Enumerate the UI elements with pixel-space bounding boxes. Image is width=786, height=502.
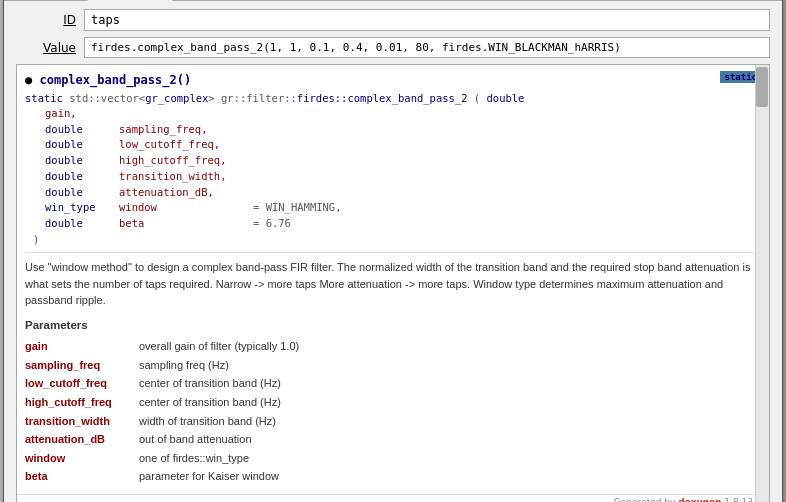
footer-version: 1.8.13 [724, 497, 753, 502]
static-sig: static std::vector<gr_complex> gr::filte… [25, 91, 761, 246]
id-input[interactable] [84, 9, 770, 31]
doxygen-link[interactable]: doxygen [678, 497, 721, 502]
list-item: high_cutoff_freq center of transition ba… [25, 394, 761, 412]
doxygen-footer: Generated by doxygen 1.8.13 [17, 494, 769, 502]
list-item: transition_width width of transition ban… [25, 413, 761, 431]
properties-dialog: Properties: Variable × General Advanced … [3, 0, 783, 502]
value-row: Value [16, 37, 770, 58]
list-item: low_cutoff_freq center of transition ban… [25, 375, 761, 393]
param-row: win_type window = WIN_HAMMING, [45, 200, 761, 216]
list-item: gain overall gain of filter (typically 1… [25, 338, 761, 356]
id-row: ID [16, 9, 770, 31]
description-text: Use "window method" to design a complex … [25, 252, 761, 486]
param-row: double beta = 6.76 [45, 216, 761, 232]
list-item: window one of firdes::win_type [25, 450, 761, 468]
func-name: complex_band_pass_2() [39, 73, 191, 87]
id-label[interactable]: ID [16, 13, 76, 27]
footer-text: Generated by [614, 497, 676, 502]
param-list: gain overall gain of filter (typically 1… [25, 338, 761, 486]
param-row: gain, [45, 106, 761, 122]
param-row: double high_cutoff_freq, [45, 153, 761, 169]
scrollbar-thumb[interactable] [756, 67, 768, 107]
description-paragraph: Use "window method" to design a complex … [25, 259, 761, 309]
list-item: beta parameter for Kaiser window [25, 468, 761, 486]
value-input[interactable] [84, 37, 770, 58]
param-row: double sampling_freq, [45, 122, 761, 138]
value-label[interactable]: Value [16, 41, 76, 55]
doc-content[interactable]: ● complex_band_pass_2() static static st… [17, 65, 769, 494]
tab-advanced[interactable]: Advanced [87, 0, 172, 1]
parameters-section: Parameters gain overall gain of filter (… [25, 317, 761, 486]
doc-panel: ● complex_band_pass_2() static static st… [16, 64, 770, 502]
list-item: attenuation_dB out of band attenuation [25, 431, 761, 449]
param-row: double low_cutoff_freq, [45, 137, 761, 153]
param-row: double attenuation_dB, [45, 185, 761, 201]
parameters-title: Parameters [25, 317, 761, 334]
scrollbar-track[interactable] [755, 65, 769, 502]
func-header: ● complex_band_pass_2() static [25, 73, 761, 87]
list-item: sampling_freq sampling freq (Hz) [25, 357, 761, 375]
content-area: ID Value ● complex_band_pass_2() static … [4, 1, 782, 502]
param-row: double transition_width, [45, 169, 761, 185]
